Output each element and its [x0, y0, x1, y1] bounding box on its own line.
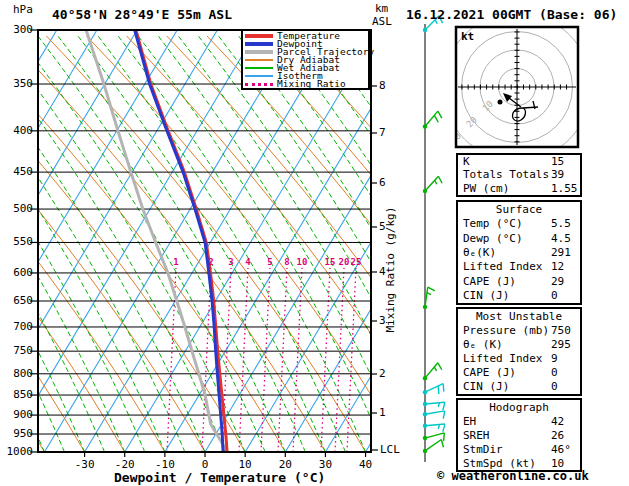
temperature-tick-label: 20 [270, 459, 300, 470]
table-row-label: StmSpd (kt) [463, 457, 536, 470]
table-row-label: CIN (J) [463, 380, 509, 393]
mixing-ratio-axis-title: Mixing Ratio (g/kg) [385, 211, 396, 333]
hodograph-ring-label: 20 [464, 115, 479, 130]
table-row: Dewp (°C)4.5 [458, 232, 580, 245]
mixing-ratio-value-label: 25 [347, 258, 365, 267]
mixing-ratio-value-label: 4 [239, 258, 257, 267]
skewt-sounding-app: { "header": { "pressure_unit": "hPa", "s… [0, 0, 629, 486]
mixing-ratio-value-label: 2 [202, 258, 220, 267]
wind-barb [423, 402, 445, 410]
mixing-ratio-value-label: 5 [261, 258, 279, 267]
table-row-value: 0 [551, 380, 558, 393]
table-row: Totals Totals39 [458, 168, 580, 181]
table-section-header: Surface [458, 203, 580, 216]
table-row-label: Totals Totals [463, 168, 549, 181]
wind-barb-feather [434, 115, 438, 122]
wind-barb-feather [434, 367, 436, 371]
altitude-unit-label: km [375, 3, 388, 14]
page-title: 40°58'N 28°49'E 55m ASL [52, 8, 232, 21]
table-row-value: 15 [551, 155, 564, 168]
table-row-label: CAPE (J) [463, 366, 516, 379]
pressure-tick-label: 1000 [3, 446, 33, 457]
legend-line-sample [245, 34, 273, 38]
credit-link[interactable]: © weatheronline.co.uk [437, 470, 589, 482]
wind-barb-stem [425, 384, 443, 392]
mixing-ratio-line [239, 268, 248, 452]
wind-barb-feather [427, 293, 431, 295]
table-row-value: 29 [551, 275, 564, 288]
table-row-label: θₑ(K) [463, 246, 496, 259]
table-row-label: Dewp (°C) [463, 232, 523, 245]
table-row-value: 5.5 [551, 217, 571, 230]
table-row-value: 4.5 [551, 232, 571, 245]
wet-adiabat-line [58, 36, 306, 452]
wind-barb [423, 363, 442, 381]
hodograph-unit-label: kt [461, 31, 474, 42]
wet-adiabat-line [18, 36, 265, 452]
altitude-tick-label: 7 [379, 127, 399, 138]
table-row-value: 39 [551, 168, 564, 181]
legend-item-label: Mixing Ratio [277, 79, 346, 89]
temperature-line [136, 30, 227, 452]
wind-barb-feather [444, 433, 445, 441]
table-row: Pressure (mb)750 [458, 324, 580, 337]
table-row-value: 9 [551, 352, 558, 365]
table-row: Temp (°C)5.5 [458, 217, 580, 230]
temperature-tick-label: 30 [310, 459, 340, 470]
table-row: EH42 [458, 415, 580, 428]
indices-table-main: K15Totals Totals39PW (cm)1.55 [456, 153, 582, 197]
datetime-label: 16.12.2021 00GMT (Base: 06) [406, 8, 617, 21]
lcl-label: LCL [380, 444, 400, 455]
wind-barb-feather [443, 384, 444, 392]
mixing-ratio-value-label: 10 [293, 258, 311, 267]
indices-table-most-unstable: Most UnstablePressure (mb)750θₑ (K)295Li… [456, 307, 582, 396]
pressure-tick-label: 850 [3, 389, 33, 400]
wind-barb-feather [438, 111, 442, 118]
table-row: CAPE (J)29 [458, 275, 580, 288]
isotherm-line [205, 30, 458, 452]
temperature-tick-label: 10 [230, 459, 260, 470]
x-axis-title: Dewpoint / Temperature (°C) [114, 471, 325, 484]
wind-barb-feather [443, 411, 444, 419]
pressure-tick-label: 900 [3, 409, 33, 420]
wind-barb-feather [428, 287, 435, 291]
wind-barb [423, 111, 442, 129]
indices-table-surface: SurfaceTemp (°C)5.5Dewp (°C)4.5θₑ(K)291L… [456, 200, 582, 305]
wind-barb-feather [443, 424, 445, 432]
altitude-tick-label: 6 [379, 177, 399, 188]
pressure-tick-label: 950 [3, 428, 33, 439]
mixing-ratio-line [321, 268, 330, 452]
wind-barb-feather [443, 402, 445, 410]
table-row: K15 [458, 155, 580, 168]
legend-line-sample [245, 42, 273, 46]
altitude-tick-label: 1 [379, 407, 399, 418]
wind-barb [423, 439, 444, 453]
table-row: StmDir46° [458, 443, 580, 456]
wind-barb-stem [425, 439, 441, 450]
pressure-tick-label: 700 [3, 321, 33, 332]
table-row-label: Lifted Index [463, 260, 542, 273]
legend: TemperatureDewpointParcel TrajectoryDry … [241, 29, 370, 90]
dry-adiabat-line [127, 36, 446, 452]
altitude-ref-label: ASL [372, 16, 392, 27]
table-row-value: 42 [551, 415, 564, 428]
wet-adiabat-line [0, 36, 225, 452]
pressure-tick-label: 750 [3, 345, 33, 356]
table-row: CIN (J)0 [458, 380, 580, 393]
table-row-value: 46° [551, 443, 571, 456]
table-section-header: Most Unstable [458, 310, 580, 323]
table-row: CIN (J)0 [458, 289, 580, 302]
table-row-value: 0 [551, 366, 558, 379]
temperature-tick-label: -10 [150, 459, 180, 470]
table-row-value: 291 [551, 246, 571, 259]
hodograph-origin-dot [498, 100, 503, 105]
wet-adiabat-line [138, 36, 385, 452]
pressure-tick-label: 450 [3, 166, 33, 177]
wind-barb-stem [425, 411, 445, 414]
table-row: StmSpd (kt)10 [458, 457, 580, 470]
temperature-tick-label: -30 [70, 459, 100, 470]
pressure-tick-label: 500 [3, 203, 33, 214]
wind-barb [423, 176, 442, 193]
temperature-tick-label: 0 [190, 459, 220, 470]
hodograph-trace-loop [513, 108, 526, 121]
